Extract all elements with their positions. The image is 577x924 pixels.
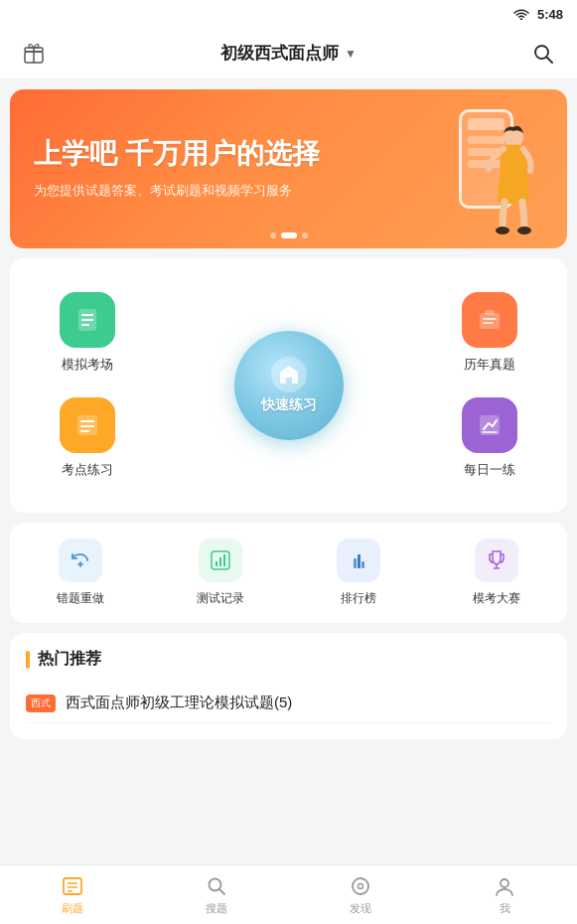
dot-3 bbox=[302, 232, 308, 238]
svg-rect-30 bbox=[358, 554, 361, 568]
gift-icon bbox=[22, 42, 46, 66]
nav-study-label: 刷题 bbox=[62, 901, 83, 916]
me-nav-icon bbox=[493, 874, 516, 898]
hot-item-1-title: 西式面点师初级工理论模拟试题(5) bbox=[66, 693, 292, 712]
svg-rect-14 bbox=[485, 310, 495, 315]
fast-practice-center: 快速练习 bbox=[234, 331, 344, 440]
wifi-icon bbox=[513, 8, 529, 20]
hot-item-1-tag: 西式 bbox=[26, 694, 56, 712]
nav-item-discover[interactable]: 发现 bbox=[289, 865, 433, 924]
hot-title-text: 热门推荐 bbox=[38, 649, 101, 670]
header-title-wrap[interactable]: 初级西式面点师 ▼ bbox=[220, 42, 357, 65]
hot-title-bar bbox=[26, 651, 30, 669]
svg-point-7 bbox=[496, 227, 509, 234]
banner-title: 上学吧 千万用户的选择 bbox=[34, 137, 424, 171]
search-icon bbox=[532, 43, 554, 65]
header-search-button[interactable] bbox=[525, 36, 561, 72]
point-practice-label: 考点练习 bbox=[62, 461, 113, 479]
hot-section: 热门推荐 西式 西式面点师初级工理论模拟试题(5) bbox=[10, 633, 567, 739]
header: 初级西式面点师 ▼ bbox=[0, 28, 577, 79]
dot-1 bbox=[270, 232, 276, 238]
daily-practice-icon bbox=[462, 397, 517, 453]
svg-point-8 bbox=[517, 227, 531, 234]
past-exam-label: 历年真题 bbox=[464, 356, 515, 374]
hot-item-1[interactable]: 西式 西式面点师初级工理论模拟试题(5) bbox=[26, 684, 551, 723]
secondary-menu: 错题重做 测试记录 排行榜 bbox=[10, 523, 567, 623]
banner[interactable]: 上学吧 千万用户的选择 为您提供试题答案、考试刷题和视频学习服务 bbox=[10, 89, 567, 248]
nav-discover-label: 发现 bbox=[350, 901, 371, 916]
svg-rect-29 bbox=[354, 558, 357, 568]
main-grid: 模拟考场 历年真题 bbox=[10, 258, 567, 513]
nav-item-me[interactable]: 我 bbox=[433, 865, 577, 924]
fast-practice-icon-wrap bbox=[271, 357, 307, 392]
svg-rect-26 bbox=[216, 561, 217, 566]
svg-rect-31 bbox=[361, 561, 364, 568]
discover-nav-icon bbox=[349, 874, 372, 898]
study-icon bbox=[61, 874, 84, 898]
svg-point-40 bbox=[353, 878, 368, 894]
header-title: 初级西式面点师 bbox=[220, 42, 339, 65]
wrong-redo-label: 错题重做 bbox=[57, 590, 104, 607]
svg-point-41 bbox=[359, 883, 363, 888]
svg-rect-13 bbox=[480, 313, 500, 329]
nav-me-label: 我 bbox=[500, 901, 510, 916]
grid-item-mock-exam[interactable]: 模拟考场 bbox=[20, 282, 154, 387]
nav-item-study[interactable]: 刷题 bbox=[0, 865, 144, 924]
sec-item-ranking[interactable]: 排行榜 bbox=[337, 539, 380, 607]
svg-line-5 bbox=[546, 57, 552, 63]
svg-point-42 bbox=[501, 879, 508, 887]
search-nav-icon bbox=[205, 874, 228, 898]
grid-item-daily-practice[interactable]: 每日一练 bbox=[423, 387, 557, 493]
fast-practice-label: 快速练习 bbox=[261, 396, 317, 414]
test-record-icon bbox=[199, 539, 242, 582]
test-record-label: 测试记录 bbox=[197, 590, 244, 607]
grid-item-past-exam[interactable]: 历年真题 bbox=[423, 282, 557, 387]
bottom-nav: 刷题 搜题 发现 我 bbox=[0, 864, 577, 924]
svg-point-0 bbox=[520, 18, 522, 20]
ranking-label: 排行榜 bbox=[341, 590, 376, 607]
svg-line-39 bbox=[219, 889, 224, 894]
header-chevron-icon: ▼ bbox=[345, 47, 357, 61]
banner-image bbox=[424, 99, 543, 238]
fast-practice-button[interactable]: 快速练习 bbox=[234, 331, 344, 440]
status-time: 5:48 bbox=[537, 7, 563, 22]
past-exam-icon bbox=[462, 292, 517, 348]
header-left-icon[interactable] bbox=[16, 36, 52, 72]
hot-title: 热门推荐 bbox=[26, 649, 551, 670]
svg-rect-28 bbox=[223, 554, 225, 566]
sec-item-test-record[interactable]: 测试记录 bbox=[197, 539, 244, 607]
figure-silhouette bbox=[469, 119, 538, 238]
status-bar: 5:48 bbox=[0, 0, 577, 28]
banner-subtitle: 为您提供试题答案、考试刷题和视频学习服务 bbox=[34, 181, 424, 201]
dot-2 bbox=[281, 232, 297, 238]
grid-item-point-practice[interactable]: 考点练习 bbox=[20, 387, 154, 493]
daily-practice-label: 每日一练 bbox=[464, 461, 515, 479]
nav-search-label: 搜题 bbox=[206, 901, 227, 916]
sec-item-wrong-redo[interactable]: 错题重做 bbox=[57, 539, 104, 607]
mock-contest-icon bbox=[475, 539, 518, 582]
sec-item-mock-contest[interactable]: 模考大赛 bbox=[473, 539, 520, 607]
svg-rect-27 bbox=[219, 557, 221, 566]
ranking-icon bbox=[337, 539, 380, 582]
banner-dots bbox=[270, 232, 308, 238]
point-practice-icon bbox=[60, 397, 115, 453]
mock-exam-label: 模拟考场 bbox=[62, 356, 113, 374]
banner-text-area: 上学吧 千万用户的选择 为您提供试题答案、考试刷题和视频学习服务 bbox=[34, 137, 424, 200]
wrong-redo-icon bbox=[59, 539, 102, 582]
mock-contest-label: 模考大赛 bbox=[473, 590, 520, 607]
mock-exam-icon bbox=[60, 292, 115, 348]
nav-item-search[interactable]: 搜题 bbox=[144, 865, 288, 924]
